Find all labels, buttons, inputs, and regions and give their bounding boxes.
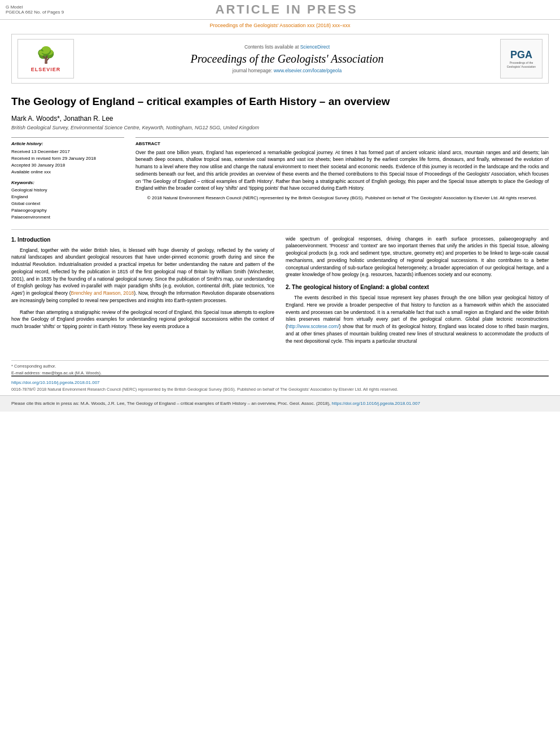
pga-acronym: PGA (510, 49, 532, 61)
article-meta-section: Article history: Received 13 December 20… (11, 137, 549, 221)
homepage-link[interactable]: www.elsevier.com/locate/pgeola (274, 68, 342, 73)
journal-proceedings-link[interactable]: Proceedings of the Geologists' Associati… (210, 23, 351, 28)
keyword-palaeoenvironment: Palaeoenvironment (11, 214, 124, 221)
abstract-text: Over the past one billion years, England… (135, 149, 549, 193)
footnote-section: * Corresponding author. E-mail address: … (11, 360, 549, 375)
article-info-column: Article history: Received 13 December 20… (11, 137, 124, 221)
section-divider (11, 229, 549, 230)
scotese-link[interactable]: http://www.scotese.com/ (287, 324, 339, 329)
elsevier-logo: 🌳 ELSEVIER (18, 39, 74, 78)
article-title: The Geology of England – critical exampl… (11, 95, 549, 109)
article-in-press-label: ARTICLE IN PRESS (64, 2, 509, 17)
journal-center-info: Contents lists available at ScienceDirec… (82, 44, 492, 73)
body-left-column: 1. Introduction England, together with t… (11, 235, 274, 350)
section1-para2: Rather than attempting a stratigraphic r… (11, 309, 274, 330)
keyword-palaeogeography: Palaeogeography (11, 207, 124, 214)
section2-heading: 2. The geological history of England: a … (286, 283, 549, 291)
citation-bar: Please cite this article in press as: M.… (0, 395, 560, 412)
corresponding-author-note: * Corresponding author. (11, 364, 549, 369)
keyword-england: England (11, 194, 124, 200)
affiliation-line: British Geological Survey, Environmental… (11, 125, 549, 130)
journal-header: 🌳 ELSEVIER Contents lists available at S… (11, 34, 549, 84)
section2-para1: The events described in this Special Iss… (286, 294, 549, 344)
brenchley-rawson-link[interactable]: Brenchley and Rawson, 2018 (71, 290, 134, 296)
authors-line: Mark A. Woods*, Jonathan R. Lee (11, 115, 549, 123)
article-history-label: Article history: (11, 141, 124, 146)
sciencedirect-link[interactable]: ScienceDirect (300, 44, 330, 50)
g-model-label: G Model PGEOLA 662 No. of Pages 9 (6, 5, 64, 15)
main-content: The Geology of England – critical exampl… (0, 86, 560, 355)
article-history-dates: Received 13 December 2017 Received in re… (11, 148, 124, 176)
doi-section: https://doi.org/10.1016/j.pgeola.2018.01… (0, 377, 560, 395)
doi-line: https://doi.org/10.1016/j.pgeola.2018.01… (11, 380, 549, 385)
body-columns: 1. Introduction England, together with t… (11, 235, 549, 350)
elsevier-wordmark: ELSEVIER (31, 67, 61, 72)
email-line: E-mail address: maw@bga.ac.uk (M.A. Wood… (11, 370, 549, 375)
keyword-global-context: Global context (11, 200, 124, 207)
journal-title: Proceedings of the Geologists' Associati… (82, 53, 492, 65)
pga-full-name: Proceedings of theGeologists' Associatio… (507, 61, 536, 68)
section1-continued: wide spectrum of geological responses, d… (286, 235, 549, 279)
keywords-label: Keywords: (11, 180, 124, 185)
pga-logo: PGA Proceedings of theGeologists' Associ… (500, 39, 542, 78)
body-right-column: wide spectrum of geological responses, d… (286, 235, 549, 350)
tree-icon: 🌳 (36, 46, 56, 64)
abstract-section: ABSTRACT Over the past one billion years… (135, 137, 549, 221)
section1-heading: 1. Introduction (11, 235, 274, 244)
doi-link[interactable]: https://doi.org/10.1016/j.pgeola.2018.01… (11, 380, 100, 385)
copyright-text: © 2018 Natural Environment Research Coun… (135, 195, 549, 200)
keywords-section: Keywords: Geological history England Glo… (11, 180, 124, 221)
top-banner: G Model PGEOLA 662 No. of Pages 9 ARTICL… (0, 0, 560, 20)
abstract-label: ABSTRACT (135, 141, 549, 146)
citation-doi-link[interactable]: https://doi.org/10.1016/j.pgeola.2018.01… (332, 401, 421, 406)
journal-homepage-line: journal homepage: www.elsevier.com/locat… (82, 68, 492, 73)
keyword-geological-history: Geological history (11, 187, 124, 194)
section1-para1: England, together with the wider British… (11, 247, 274, 304)
issn-line: 0016-7878/© 2018 Natural Environment Res… (11, 387, 549, 392)
email-link[interactable]: maw@bga.ac.uk (42, 370, 73, 375)
journal-link-bar: Proceedings of the Geologists' Associati… (0, 20, 560, 31)
contents-available-line: Contents lists available at ScienceDirec… (82, 44, 492, 50)
